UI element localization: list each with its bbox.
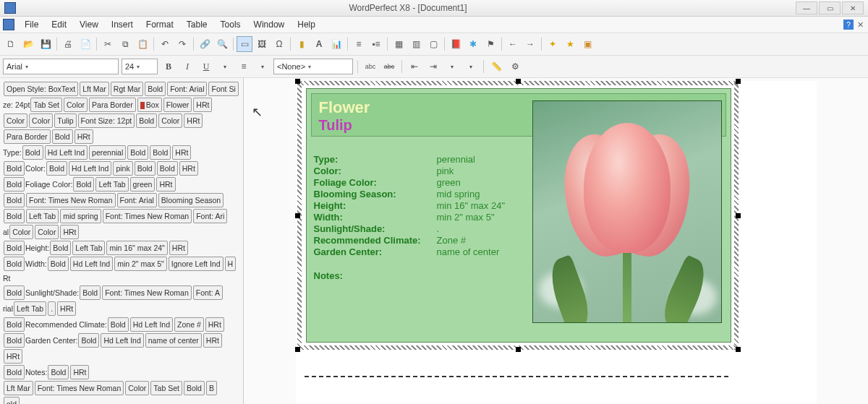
code-token[interactable]: Rgt Mar bbox=[111, 82, 143, 96]
code-token[interactable]: green bbox=[130, 177, 156, 192]
code-token[interactable]: min 2" max 5" bbox=[114, 257, 167, 271]
code-token[interactable]: Para Border bbox=[89, 98, 136, 112]
code-token[interactable]: Font: Times New Roman bbox=[103, 209, 192, 223]
copy-icon[interactable]: ⧉ bbox=[117, 36, 133, 52]
code-token[interactable]: HRt bbox=[184, 113, 203, 128]
reveal-codes-pane[interactable]: Open Style: BoxTextLft MarRgt MarBoldFon… bbox=[0, 78, 244, 404]
link-icon[interactable]: 🔗 bbox=[197, 36, 213, 52]
code-token[interactable]: HRt bbox=[57, 301, 76, 316]
code-token[interactable]: Font: A bbox=[193, 285, 223, 300]
code-token[interactable]: old bbox=[4, 397, 20, 404]
columns-icon[interactable]: ▥ bbox=[408, 36, 424, 52]
code-token[interactable]: mid spring bbox=[60, 209, 101, 223]
open-icon[interactable]: 📂 bbox=[20, 36, 36, 52]
code-token[interactable]: Bold bbox=[22, 145, 43, 160]
print-icon[interactable]: 🖨 bbox=[60, 36, 76, 52]
style-combo[interactable]: <None>▾ bbox=[273, 59, 353, 74]
code-token[interactable]: HRt bbox=[60, 225, 79, 239]
textbox-icon[interactable]: ▭ bbox=[237, 36, 252, 52]
code-token[interactable]: Tulip bbox=[54, 113, 76, 128]
award-icon[interactable]: ▣ bbox=[579, 36, 595, 52]
code-token[interactable]: Hd Left Ind bbox=[130, 317, 173, 332]
cut-icon[interactable]: ✂ bbox=[100, 36, 116, 52]
code-token[interactable]: HRt bbox=[70, 365, 89, 379]
image-icon[interactable]: 🖼 bbox=[254, 36, 270, 52]
bullets-icon[interactable]: ▪≡ bbox=[368, 36, 384, 52]
snowflake-icon[interactable]: ✱ bbox=[465, 36, 481, 52]
code-token[interactable]: Flower bbox=[163, 98, 192, 112]
chart-icon[interactable]: 📊 bbox=[328, 36, 344, 52]
code-token[interactable]: HRt bbox=[205, 317, 224, 332]
code-token[interactable]: Font: Ari bbox=[193, 209, 227, 223]
code-token[interactable]: min 16" max 24" bbox=[106, 241, 167, 255]
doc-close-icon[interactable]: ✕ bbox=[855, 20, 865, 30]
ruler-icon[interactable]: 📏 bbox=[488, 59, 504, 74]
code-token[interactable]: HRt bbox=[193, 98, 212, 112]
code-token[interactable]: Bold bbox=[73, 177, 94, 192]
text-box-selection[interactable]: Flower Tulip Type:perennialColor:pinkFol… bbox=[297, 81, 739, 350]
font-combo[interactable]: Arial▾ bbox=[3, 59, 119, 74]
numbering-icon[interactable]: ≡ bbox=[351, 36, 367, 52]
code-token[interactable]: Color bbox=[29, 113, 53, 128]
code-token[interactable]: Font Si bbox=[208, 82, 238, 96]
resize-handle[interactable] bbox=[736, 213, 741, 218]
code-token[interactable]: Hd Left Ind bbox=[70, 257, 113, 271]
align-left-icon[interactable]: ≡ bbox=[236, 59, 252, 74]
code-token[interactable]: Bold bbox=[145, 82, 166, 96]
code-token[interactable]: H bbox=[225, 257, 237, 271]
code-token[interactable]: Left Tab bbox=[26, 209, 59, 223]
indent-dd-icon[interactable]: ▾ bbox=[444, 59, 460, 74]
code-token[interactable]: Bold bbox=[4, 257, 25, 271]
forward-icon[interactable]: → bbox=[522, 36, 538, 52]
close-button[interactable]: ✕ bbox=[842, 1, 864, 14]
code-token[interactable]: Bold bbox=[52, 129, 73, 144]
code-token[interactable]: Color bbox=[9, 225, 33, 239]
code-token[interactable]: Font: Times New Roman bbox=[102, 285, 192, 300]
star-icon[interactable]: ★ bbox=[562, 36, 578, 52]
code-token[interactable]: Font: Arial bbox=[167, 82, 207, 96]
code-token[interactable]: Bold bbox=[108, 317, 129, 332]
code-token[interactable]: Left Tab bbox=[95, 177, 128, 192]
symbol-icon[interactable]: Ω bbox=[271, 36, 287, 52]
code-token[interactable]: Tab Set bbox=[30, 98, 62, 112]
underline-button[interactable]: U bbox=[198, 59, 214, 74]
back-icon[interactable]: ← bbox=[505, 36, 521, 52]
code-token[interactable]: Left Tab bbox=[72, 241, 105, 255]
code-token[interactable]: Bold bbox=[80, 285, 101, 300]
options-icon[interactable]: ⚙ bbox=[507, 59, 523, 74]
new-icon[interactable]: 🗋 bbox=[3, 36, 19, 52]
undo-icon[interactable]: ↶ bbox=[157, 36, 173, 52]
menu-insert[interactable]: Insert bbox=[106, 18, 139, 31]
flag-icon[interactable]: ⚑ bbox=[482, 36, 498, 52]
resize-handle[interactable] bbox=[295, 79, 300, 84]
publish-icon[interactable]: 📄 bbox=[77, 36, 93, 52]
code-token[interactable]: Bold bbox=[4, 241, 25, 255]
code-token[interactable]: HRt bbox=[169, 241, 188, 255]
code-token[interactable]: Lft Mar bbox=[80, 82, 109, 96]
menu-tools[interactable]: Tools bbox=[215, 18, 247, 31]
spellcheck-icon[interactable]: abc bbox=[362, 59, 378, 74]
code-token[interactable]: Bold bbox=[4, 177, 25, 192]
resize-handle[interactable] bbox=[295, 347, 300, 352]
textart-icon[interactable]: A bbox=[311, 36, 327, 52]
code-token[interactable]: perennial bbox=[89, 145, 126, 160]
document-canvas[interactable]: Flower Tulip Type:perennialColor:pinkFol… bbox=[244, 78, 868, 404]
menu-window[interactable]: Window bbox=[248, 18, 291, 31]
code-token[interactable]: Bold bbox=[135, 161, 156, 176]
code-token[interactable]: HRt bbox=[203, 333, 222, 348]
code-token[interactable]: Color bbox=[64, 98, 88, 112]
menu-table[interactable]: Table bbox=[181, 18, 213, 31]
code-token[interactable]: Para Border bbox=[4, 129, 51, 144]
size-combo[interactable]: 24▾ bbox=[122, 59, 158, 74]
code-token[interactable]: Font Size: 12pt bbox=[78, 113, 135, 128]
code-token[interactable]: Font: Arial bbox=[117, 193, 157, 207]
code-token[interactable]: Color bbox=[125, 381, 149, 395]
code-token[interactable]: Bold bbox=[48, 257, 69, 271]
code-token[interactable]: Bold bbox=[127, 145, 148, 160]
resize-handle[interactable] bbox=[736, 79, 741, 84]
code-token[interactable]: Bold bbox=[4, 317, 25, 332]
redo-icon[interactable]: ↷ bbox=[174, 36, 190, 52]
code-token[interactable]: Color bbox=[35, 225, 59, 239]
maximize-button[interactable]: ▭ bbox=[819, 1, 841, 14]
code-token[interactable]: Bold bbox=[46, 161, 67, 176]
